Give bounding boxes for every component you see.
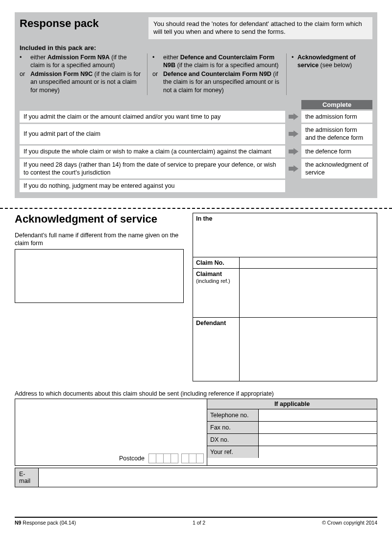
svg-marker-3 (289, 165, 298, 172)
nothing-warning: If you do nothing, judgment may be enter… (20, 180, 285, 192)
page-footer: N9 Response pack (04.14) 1 of 2 © Crown … (15, 517, 377, 526)
claimant-label: Claimant (196, 271, 222, 277)
claim-no-field[interactable] (240, 257, 377, 268)
telephone-label: Telephone no. (207, 409, 259, 421)
read-notes-notice: You should read the 'notes for defendant… (148, 17, 372, 39)
address-field[interactable]: Postcode (15, 399, 207, 465)
arrow-icon (285, 111, 301, 123)
defendant-name-note: Defendant's full name if different from … (15, 231, 184, 248)
included-col-2: • either Defence and Counterclaim Form N… (147, 53, 287, 95)
postcode-label: Postcode (119, 455, 145, 462)
included-col-1: • either Admission Form N9A (if the clai… (20, 53, 147, 95)
page-number: 1 of 2 (193, 520, 205, 526)
claimant-sublabel: (including ref.) (196, 278, 230, 284)
action-text: the defence form (301, 146, 372, 157)
guidance-row: If you need 28 days (rather than 14) fro… (20, 159, 372, 179)
yourref-field[interactable] (259, 446, 377, 458)
bullet: • (292, 53, 297, 70)
postcode-field[interactable] (148, 453, 204, 463)
telephone-field[interactable] (259, 409, 377, 421)
form-code: N9 (15, 520, 21, 526)
ack-title: Acknowledgment of service (15, 213, 184, 226)
condition-text: If you dispute the whole claim or wish t… (20, 146, 285, 157)
defendant-name-field[interactable] (15, 249, 184, 303)
yourref-label: Your ref. (207, 446, 259, 458)
included-col-3: • Acknowledgment of service (see below) (287, 53, 372, 95)
arrow-icon (285, 124, 301, 144)
defendant-label: Defendant (196, 320, 226, 327)
dx-label: DX no. (207, 434, 259, 446)
claimant-field[interactable] (240, 268, 377, 317)
page-title: Response pack (20, 17, 140, 30)
bullet: • (152, 53, 163, 70)
arrow-icon (285, 146, 301, 157)
dx-field[interactable] (259, 434, 377, 446)
action-text: the admission form and the defence form (301, 124, 372, 144)
bullet: • (20, 53, 30, 70)
case-details-table: In the Claim No. Claimant(including ref.… (193, 213, 377, 381)
arrow-icon (285, 159, 301, 179)
condition-text: If you admit part of the claim (20, 124, 285, 144)
form-version: Response pack (04.14) (21, 520, 75, 526)
fax-field[interactable] (259, 422, 377, 433)
address-grid: Postcode If applicable Telephone no. Fax… (15, 399, 377, 466)
fax-label: Fax no. (207, 422, 259, 433)
response-pack-info: Response pack You should read the 'notes… (15, 12, 377, 198)
guidance-row: If you dispute the whole claim or wish t… (20, 146, 372, 157)
svg-marker-2 (289, 148, 298, 155)
guidance-row: If you admit the claim or the amount cla… (20, 111, 372, 123)
or-label: or (152, 70, 163, 94)
complete-header: Complete (301, 100, 372, 109)
action-text: the acknowledgment of service (301, 159, 372, 179)
included-heading: Included in this pack are: (20, 44, 372, 51)
if-applicable-header: If applicable (207, 399, 377, 409)
in-the-label: In the (196, 215, 212, 222)
svg-marker-1 (289, 130, 298, 137)
address-note: Address to which documents about this cl… (15, 390, 377, 397)
guidance-row-nothing: If you do nothing, judgment may be enter… (20, 180, 372, 192)
copyright: © Crown copyright 2014 (322, 520, 377, 526)
svg-marker-0 (289, 113, 298, 120)
defendant-field[interactable] (240, 317, 377, 381)
tear-line (0, 208, 392, 209)
condition-text: If you need 28 days (rather than 14) fro… (20, 159, 285, 179)
guidance-row: If you admit part of the claim the admis… (20, 124, 372, 144)
claim-no-label: Claim No (196, 259, 222, 266)
condition-text: If you admit the claim or the amount cla… (20, 111, 285, 123)
action-text: the admission form (301, 111, 372, 123)
email-label: E-mail (15, 468, 39, 487)
email-field[interactable] (39, 468, 377, 487)
or-label: or (20, 70, 30, 94)
